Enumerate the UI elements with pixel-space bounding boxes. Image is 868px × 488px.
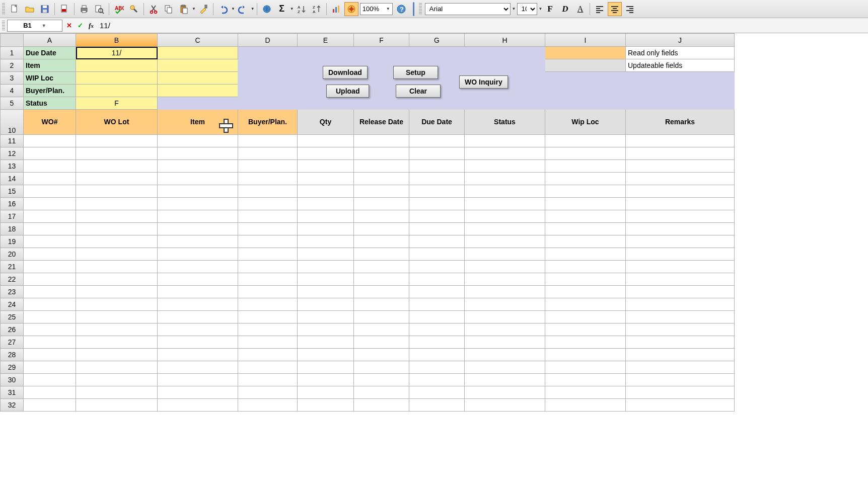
cell[interactable] [298,160,354,173]
cell[interactable] [298,336,354,349]
cell[interactable] [158,399,238,412]
cell[interactable] [76,198,158,210]
cell[interactable] [545,198,626,210]
cell[interactable] [238,185,298,198]
cell[interactable] [76,349,158,361]
cell[interactable] [158,147,238,160]
cell[interactable] [238,386,298,399]
column-header-B[interactable]: B [76,34,158,47]
cell[interactable] [626,286,735,298]
row-header[interactable]: 14 [1,173,24,185]
cell[interactable] [626,273,735,286]
cell[interactable] [409,273,465,286]
cell[interactable] [158,210,238,223]
input-due-date-to[interactable] [158,47,238,59]
cell[interactable] [545,223,626,235]
column-header-G[interactable]: G [409,34,465,47]
row-header[interactable]: 25 [1,311,24,323]
cut-button[interactable] [147,2,161,16]
print-preview-button[interactable] [92,2,106,16]
cell[interactable] [298,386,354,399]
cell[interactable] [409,374,465,386]
cell[interactable] [238,210,298,223]
sort-asc-button[interactable]: AZ [295,2,309,16]
cell[interactable] [24,235,76,248]
redo-button[interactable] [236,2,250,16]
font-name-combo[interactable]: Arial [425,3,511,15]
row-header[interactable]: 15 [1,185,24,198]
cell[interactable] [24,248,76,261]
save-button[interactable] [38,2,52,16]
cell[interactable] [298,374,354,386]
cell[interactable] [298,273,354,286]
cell[interactable] [24,185,76,198]
cell[interactable] [545,361,626,374]
cell[interactable] [545,386,626,399]
input-wip-loc-to[interactable] [158,72,238,85]
row-header[interactable]: 16 [1,198,24,210]
cell[interactable] [298,185,354,198]
name-box[interactable]: B1 ▼ [7,20,62,32]
cell[interactable] [158,311,238,323]
cell[interactable] [158,160,238,173]
cell[interactable] [298,210,354,223]
cell[interactable] [24,399,76,412]
cell[interactable] [409,248,465,261]
formula-input[interactable] [97,21,866,30]
cell[interactable] [76,235,158,248]
cell[interactable] [409,361,465,374]
cell[interactable] [465,361,545,374]
cell[interactable] [545,374,626,386]
cell[interactable] [409,286,465,298]
cell[interactable] [238,198,298,210]
cell[interactable] [76,286,158,298]
cell[interactable] [158,235,238,248]
cell[interactable] [24,135,76,147]
cell[interactable] [158,349,238,361]
cell[interactable] [298,147,354,160]
cell[interactable] [298,323,354,336]
cell[interactable] [626,248,735,261]
toolbar-grip-2[interactable] [419,3,422,15]
cell[interactable] [76,361,158,374]
cell[interactable] [409,210,465,223]
open-button[interactable] [23,2,37,16]
align-left-button[interactable] [593,2,607,16]
cell[interactable] [545,173,626,185]
column-header-D[interactable]: D [238,34,298,47]
cell[interactable] [76,273,158,286]
cell[interactable] [409,185,465,198]
row-header[interactable]: 10 [1,110,24,135]
cell[interactable] [626,223,735,235]
align-center-button[interactable] [608,2,622,16]
cell[interactable] [465,173,545,185]
cell[interactable] [545,135,626,147]
cell[interactable] [626,298,735,311]
cell[interactable] [545,349,626,361]
cell[interactable] [76,185,158,198]
align-right-button[interactable] [623,2,637,16]
cell[interactable] [354,223,409,235]
cell[interactable] [354,311,409,323]
cell[interactable] [158,223,238,235]
cell[interactable] [626,198,735,210]
cell[interactable] [24,311,76,323]
cell[interactable] [238,298,298,311]
format-paintbrush-button[interactable] [196,2,210,16]
zoom-combo[interactable]: ▼ [360,3,393,15]
cell[interactable] [409,235,465,248]
accept-icon[interactable]: ✓ [75,20,86,31]
cell[interactable] [465,349,545,361]
undo-button[interactable] [216,2,230,16]
setup-button[interactable]: Setup [393,66,438,79]
sort-desc-button[interactable]: ZA [310,2,324,16]
print-button[interactable] [77,2,91,16]
cell[interactable] [545,235,626,248]
select-all-corner[interactable] [1,34,24,47]
input-item-to[interactable] [158,59,238,72]
cell[interactable] [298,399,354,412]
cell[interactable] [298,173,354,185]
input-wip-loc-from[interactable] [76,72,158,85]
clear-button[interactable]: Clear [396,85,441,98]
row-header[interactable]: 27 [1,336,24,349]
